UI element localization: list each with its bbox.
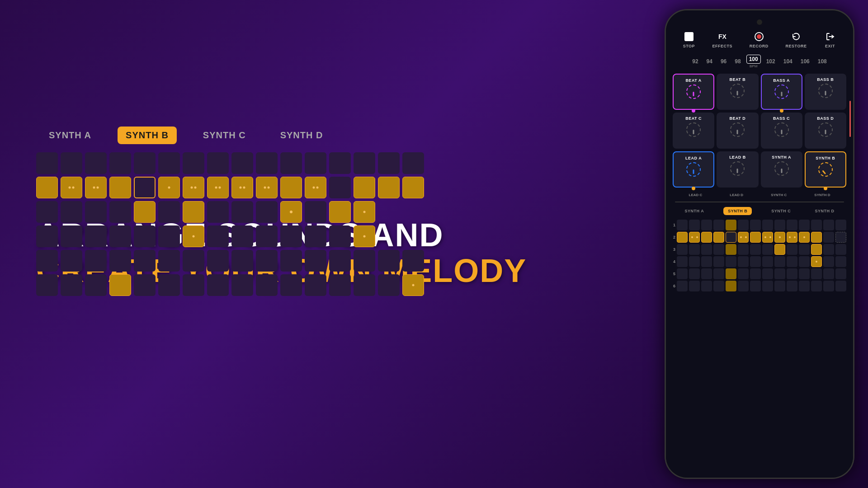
phone-cell[interactable] (835, 220, 846, 230)
pad-beat-c[interactable]: BEAT C (673, 113, 714, 149)
grid-cell[interactable] (158, 201, 180, 223)
phone-cell[interactable] (750, 232, 761, 243)
phone-cell[interactable] (701, 244, 712, 255)
pad-lead-a-knob[interactable] (686, 162, 701, 177)
grid-cell[interactable] (378, 152, 400, 174)
grid-cell[interactable] (329, 177, 351, 198)
pad-bass-d[interactable]: BASS D (805, 113, 846, 149)
grid-cell[interactable] (183, 201, 204, 223)
grid-cell[interactable] (36, 201, 58, 223)
grid-cell[interactable] (109, 177, 131, 198)
phone-cell[interactable] (726, 256, 736, 267)
grid-cell[interactable] (61, 225, 82, 247)
grid-cell[interactable] (231, 152, 253, 174)
grid-cell[interactable] (85, 274, 107, 296)
grid-cell[interactable] (354, 274, 375, 296)
phone-cell[interactable] (774, 268, 785, 279)
phone-cell[interactable] (701, 232, 712, 243)
phone-cell[interactable] (750, 268, 761, 279)
phone-cell[interactable] (726, 232, 736, 243)
phone-cell[interactable] (811, 281, 822, 291)
phone-cell[interactable] (713, 232, 724, 243)
phone-cell[interactable] (774, 232, 785, 243)
grid-cell[interactable] (85, 177, 107, 198)
grid-cell[interactable] (231, 250, 253, 272)
grid-cell[interactable] (256, 274, 278, 296)
phone-cell[interactable] (774, 220, 785, 230)
phone-cell[interactable] (689, 268, 700, 279)
pad-bass-a-knob[interactable] (774, 84, 789, 99)
grid-cell[interactable] (109, 274, 131, 296)
grid-cell[interactable] (207, 250, 229, 272)
grid-cell[interactable] (207, 225, 229, 247)
phone-cell[interactable] (713, 256, 724, 267)
phone-tab-synth-c[interactable]: SYNTH C (767, 207, 795, 215)
phone-cell[interactable] (774, 256, 785, 267)
bpm-100[interactable]: 100 (746, 55, 761, 64)
pad-beat-c-knob[interactable] (686, 122, 701, 137)
phone-cell[interactable] (823, 268, 834, 279)
phone-cell[interactable] (787, 268, 797, 279)
phone-cell[interactable] (726, 281, 736, 291)
phone-cell[interactable] (762, 268, 773, 279)
pad-bass-c[interactable]: BASS C (761, 113, 802, 149)
tab-synth-c[interactable]: SYNTH C (195, 127, 254, 144)
grid-cell[interactable] (134, 225, 156, 247)
bpm-104[interactable]: 104 (781, 57, 795, 66)
phone-cell[interactable] (701, 220, 712, 230)
phone-cell[interactable] (762, 244, 773, 255)
pad-bass-a[interactable]: BASS A (761, 74, 802, 110)
phone-cell[interactable] (677, 220, 688, 230)
grid-cell[interactable] (305, 225, 326, 247)
grid-cell[interactable] (36, 250, 58, 272)
grid-cell[interactable] (183, 152, 204, 174)
phone-cell[interactable] (774, 244, 785, 255)
grid-cell[interactable] (402, 250, 424, 272)
grid-cell[interactable] (134, 274, 156, 296)
grid-cell[interactable] (256, 152, 278, 174)
grid-cell[interactable] (402, 177, 424, 198)
bpm-96[interactable]: 96 (718, 57, 729, 66)
phone-cell[interactable] (689, 244, 700, 255)
bpm-108[interactable]: 108 (815, 57, 830, 66)
phone-cell[interactable] (823, 281, 834, 291)
grid-cell[interactable] (256, 177, 278, 198)
grid-cell[interactable] (256, 225, 278, 247)
phone-cell[interactable] (787, 220, 797, 230)
grid-cell[interactable] (231, 177, 253, 198)
record-button[interactable]: RECORD (750, 30, 769, 48)
phone-cell[interactable] (689, 281, 700, 291)
phone-cell[interactable] (713, 281, 724, 291)
bpm-92[interactable]: 92 (689, 57, 701, 66)
phone-cell[interactable] (762, 256, 773, 267)
phone-cell[interactable] (701, 256, 712, 267)
phone-cell[interactable] (713, 244, 724, 255)
restore-button[interactable]: RESTORE (786, 30, 807, 48)
grid-cell[interactable] (305, 250, 326, 272)
grid-cell[interactable] (36, 177, 58, 198)
pad-bass-b-knob[interactable] (818, 84, 833, 98)
phone-cell[interactable] (726, 220, 736, 230)
phone-cell[interactable] (677, 244, 688, 255)
phone-cell[interactable] (799, 281, 810, 291)
phone-cell[interactable] (738, 256, 749, 267)
grid-cell[interactable] (378, 250, 400, 272)
grid-cell[interactable] (280, 250, 302, 272)
pad-beat-d[interactable]: BEAT D (717, 113, 758, 149)
phone-cell[interactable] (835, 232, 846, 243)
phone-cell[interactable] (750, 220, 761, 230)
grid-cell[interactable] (305, 177, 326, 198)
pad-synth-a[interactable]: SYNTH A (761, 151, 802, 188)
phone-cell[interactable] (823, 256, 834, 267)
phone-cell[interactable] (738, 268, 749, 279)
grid-cell[interactable] (231, 274, 253, 296)
grid-cell[interactable] (280, 225, 302, 247)
phone-cell[interactable] (762, 281, 773, 291)
pad-beat-a-knob[interactable] (686, 84, 701, 99)
grid-cell[interactable] (85, 250, 107, 272)
phone-cell[interactable] (835, 256, 846, 267)
phone-cell[interactable] (835, 244, 846, 255)
pad-lead-b-knob[interactable] (730, 161, 745, 176)
phone-cell[interactable] (677, 268, 688, 279)
phone-cell[interactable] (835, 268, 846, 279)
